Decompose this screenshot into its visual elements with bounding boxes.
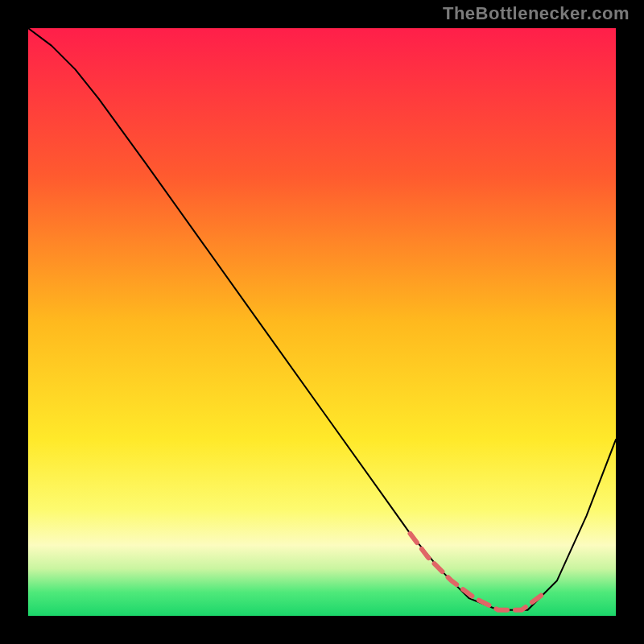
attribution-label: TheBottlenecker.com (443, 3, 630, 24)
plot-area (28, 28, 616, 616)
chart-svg (28, 28, 616, 616)
gradient-background (28, 28, 616, 616)
chart-frame: TheBottlenecker.com (0, 0, 644, 644)
